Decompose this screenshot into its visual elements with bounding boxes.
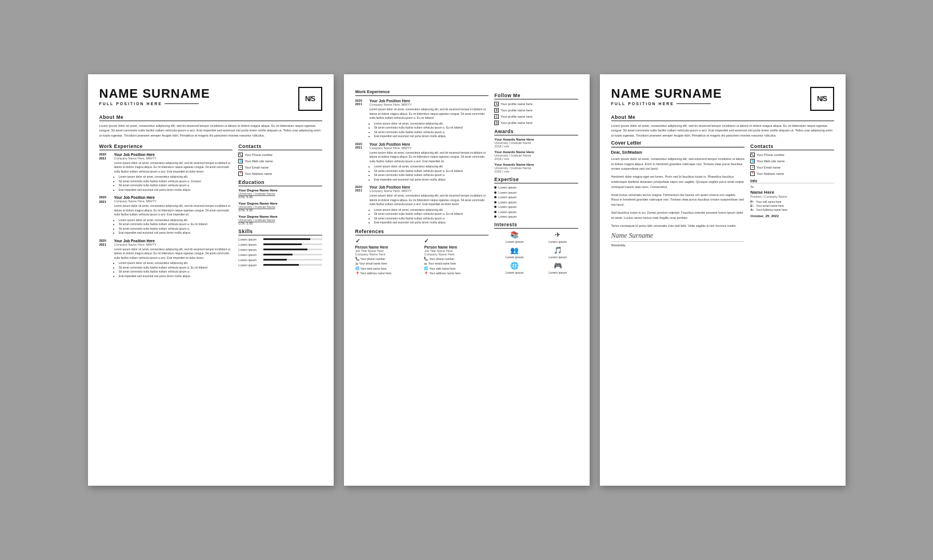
p3-cols: Cover Letter Dear, Sir/Madam Lorem ipsum… xyxy=(611,140,834,247)
contact-address: 📍 Your Address name xyxy=(238,171,322,176)
skill-2: Lorem ipsum xyxy=(238,243,322,246)
page2-main-cols: Work Experience 2020 2021 Your Job Posit… xyxy=(355,89,578,275)
p2-work-1: 2020 2021 Your Job Position Here Company… xyxy=(355,99,489,139)
exp-5: Lorem ipsum xyxy=(494,205,578,209)
p3-email-icon: ✉ xyxy=(750,165,755,170)
exp-4: Lorem ipsum xyxy=(494,201,578,204)
award-3: Your Awards Name Here University / Insti… xyxy=(494,163,578,173)
follow-letter-a: A xyxy=(494,102,499,106)
skill-bar-bg-4 xyxy=(263,254,322,255)
p3-contact-phone: 📞 Your Phone number xyxy=(750,153,834,157)
ref-email-icon-2: ✉ xyxy=(424,262,427,266)
address-icon: 📍 xyxy=(238,171,243,176)
skill-1: Lorem ipsum xyxy=(238,238,322,241)
work-item-3: 2020 2021 Your Job Position Here Company… xyxy=(99,239,233,279)
logo-box: N/S xyxy=(298,87,322,111)
p2-work-2: 2020 2021 Your Job Position Here Company… xyxy=(355,142,489,182)
signature: Name Surname xyxy=(611,231,745,242)
education-title: Education xyxy=(238,179,322,186)
info-to-label: To xyxy=(750,185,834,190)
exp-bullet-3 xyxy=(494,196,496,198)
p2-bullets-3: Lorem ipsum dolor sit amet, consectetur … xyxy=(370,208,489,225)
cl-para-4: Sed faucibus turpis in eu. Donec pretium… xyxy=(611,210,745,221)
exp-7: Lorem ipsum xyxy=(494,215,578,218)
p3-contact-address: 📍 Your Address name xyxy=(750,171,834,176)
follow-d: D Your profile name here xyxy=(494,121,578,125)
check-icon-2: ✓ xyxy=(424,238,488,244)
work-year-2: 2020 2021 xyxy=(99,195,112,235)
follow-letter-d: D xyxy=(494,121,499,125)
p3-logo-box: N/S xyxy=(810,87,834,111)
ref-web-2: 🌐 Your web name here xyxy=(424,266,488,270)
sincerely-text: Sincerely, xyxy=(611,243,745,247)
contact-phone: 📞 Your Phone number xyxy=(238,153,322,157)
interest-icon-6: 🎮 xyxy=(554,262,562,270)
skill-6: Lorem ipsum xyxy=(238,263,322,267)
work-detail-1: Your Job Position Here Company Name Here… xyxy=(114,153,233,193)
header: NAME SURNAME FULL POSITION HERE N/S xyxy=(99,87,322,111)
interest-6: 🎮 Lorem ipsum xyxy=(538,262,578,274)
p2-left: Work Experience 2020 2021 Your Job Posit… xyxy=(355,89,489,275)
ref-addr-icon-2: 📍 xyxy=(424,271,428,275)
contact-web: 🌐 Your Web site name xyxy=(238,159,322,163)
p2-detail-3: Your Job Position Here Company Name Here… xyxy=(370,185,489,225)
follow-b: B Your profile name here xyxy=(494,108,578,113)
p2-right: Follow Me A Your profile name here B You… xyxy=(494,89,578,275)
main-columns: Work Experience 2020 2021 Your Job Posit… xyxy=(99,140,322,282)
p3-contact-web: 🌐 Your Web site name xyxy=(750,159,834,163)
cl-para-3: Amet luctus venenatis lectus magna. Ferm… xyxy=(611,193,745,207)
interest-icon-2: ✈ xyxy=(555,231,560,239)
p3-left: Cover Letter Dear, Sir/Madam Lorem ipsum… xyxy=(611,140,745,247)
work-bullets-1: Lorem ipsum dolor sit amet, consectetur … xyxy=(114,175,233,192)
cl-para-2: Hendrerit dolor magna eget est lorem. Pr… xyxy=(611,174,745,189)
exp-2: Lorem ipsum xyxy=(494,191,578,194)
cl-para-1: Lorem ipsum dolor sit amet, consectetur … xyxy=(611,157,745,171)
work-exp-title: Work Experience xyxy=(99,143,233,150)
ref-title: References xyxy=(355,229,489,235)
p3-phone-icon: 📞 xyxy=(750,153,755,157)
follow-letter-c: C xyxy=(494,114,499,119)
work-bullets-3: Lorem ipsum dolor sit amet, consectetur … xyxy=(114,261,233,278)
awards-title: Awards xyxy=(494,129,578,135)
ref-item-1: ✓ Person Name Here Job Title Name Here C… xyxy=(355,238,420,275)
follow-a: A Your profile name here xyxy=(494,102,578,106)
resume-page-3: NAME SURNAME FULL POSITION HERE N/S Abou… xyxy=(600,74,846,486)
exp-3: Lorem ipsum xyxy=(494,195,578,199)
info-title: Info xyxy=(750,179,834,183)
interest-5: 🌐 Lorem ipsum xyxy=(494,262,535,274)
skill-5: Lorem ipsum xyxy=(238,258,322,262)
work-detail-2: Your Job Position Here Company Name Here… xyxy=(114,195,233,235)
p3-name-block: NAME SURNAME FULL POSITION HERE xyxy=(611,87,722,106)
p2-work-title: Work Experience xyxy=(355,89,489,96)
exp-bullet-6 xyxy=(494,211,496,213)
p2-work-3: 2020 2021 Your Job Position Here Company… xyxy=(355,185,489,225)
edu-item-3: Your Degree Name Here University / Insti… xyxy=(238,215,322,225)
p3-web-icon: 🌐 xyxy=(750,159,755,163)
p2-bullets-2: Lorem ipsum dolor sit amet, consectetur … xyxy=(370,165,489,182)
ref-web-icon-1: 🌐 xyxy=(355,266,359,270)
page-container: NAME SURNAME FULL POSITION HERE N/S Abou… xyxy=(71,51,863,509)
interest-icon-5: 🌐 xyxy=(510,262,519,270)
exp-bullet-2 xyxy=(494,191,496,194)
ref-web-icon-2: 🌐 xyxy=(424,266,428,270)
p3-header: NAME SURNAME FULL POSITION HERE N/S xyxy=(611,87,834,111)
info-to-name: Name Here xyxy=(750,190,834,195)
skills-title: Skills xyxy=(238,229,322,235)
contact-email: ✉ Your Email name xyxy=(238,165,322,170)
p2-year-2: 2020 2021 xyxy=(355,142,368,182)
info-to-position: Position / Company Name xyxy=(750,195,834,198)
exp-bullet-7 xyxy=(494,215,496,218)
contacts-title: Contacts xyxy=(238,143,322,150)
exp-1: Lorem ipsum xyxy=(494,186,578,189)
references-grid: ✓ Person Name Here Job Title Name Here C… xyxy=(355,238,489,275)
p2-detail-2: Your Job Position Here Company Name Here… xyxy=(370,142,489,182)
interest-icon-4: 🎵 xyxy=(554,246,562,254)
exp-bullet-1 xyxy=(494,186,496,189)
ref-phone-icon-2: 📞 xyxy=(424,257,428,261)
position-title: FULL POSITION HERE xyxy=(99,102,210,106)
exp-bullet-4 xyxy=(494,201,496,203)
skill-bar-bg-6 xyxy=(263,264,322,266)
info-box: Info To Name Here Position / Company Nam… xyxy=(750,179,834,218)
exp-bullet-5 xyxy=(494,206,496,208)
skill-bar-bg-1 xyxy=(263,238,322,240)
